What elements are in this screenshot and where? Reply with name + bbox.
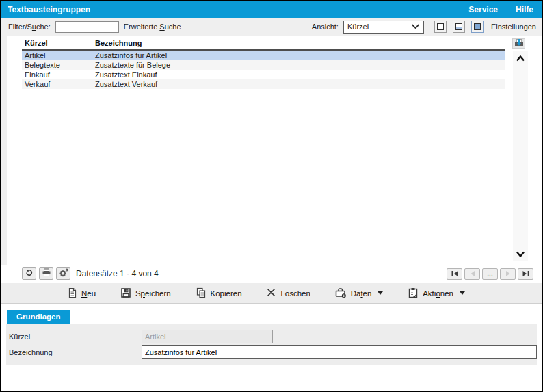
filter-label: Filter/Suche: [8,23,51,31]
view-select[interactable]: Kürzel [343,21,424,34]
scroll-up-icon[interactable] [516,55,525,62]
view-list-only-button[interactable] [434,21,447,33]
column-header-bezeichnung[interactable]: Bezeichnung [92,38,505,50]
caret-down-icon [378,291,383,295]
bezeichnung-field[interactable] [142,345,537,359]
cell-kuerzel: Artikel [22,50,92,60]
delete-button-label: Löschen [280,289,310,298]
next-page-button[interactable] [500,268,516,280]
print-button[interactable] [39,267,53,280]
pagination: ... [447,268,533,280]
form-row-bezeichnung: Bezeichnung [6,344,537,360]
save-button-label: Speichern [135,289,171,298]
cell-kuerzel: Belegtexte [22,60,92,70]
records-table: Kürzel Bezeichnung Artikel Zusatzinfos f… [22,38,505,89]
actions-button-label: Aktionen [423,289,453,298]
refresh-icon [25,268,34,279]
cell-bezeichnung: Zusatztext Verkauf [92,79,505,89]
data-menu-button[interactable]: Daten [335,287,384,300]
data-toolbox-icon [335,287,347,300]
actions-menu-button[interactable]: Aktionen [408,287,465,300]
delete-button[interactable]: Löschen [266,287,310,299]
cell-bezeichnung: Zusatztexte für Belege [92,60,505,70]
printer-icon [42,268,51,279]
kuerzel-field [142,330,273,343]
delete-x-icon [266,287,276,299]
chevron-down-icon [411,23,420,31]
copy-button-label: Kopieren [211,289,242,298]
status-bar: Datensätze 1 - 4 von 4 ... [1,265,542,283]
vertical-scrollbar[interactable] [513,51,528,261]
save-icon [120,287,131,300]
cell-kuerzel: Einkauf [22,70,92,79]
gear-icon [59,268,68,279]
form-row-kuerzel: Kürzel [6,328,537,344]
view-detail-button[interactable] [471,21,484,33]
cell-bezeichnung: Zusatztext Einkauf [92,70,505,79]
new-button[interactable]: Neu [67,287,96,300]
app-window: Textbausteingruppen Service Hilfe Filter… [0,0,543,392]
tab-grundlagen[interactable]: Grundlagen [7,310,70,324]
settings-link[interactable]: Einstellungen [491,23,536,31]
refresh-button[interactable] [22,267,36,280]
column-header-kuerzel[interactable]: Kürzel [22,38,92,50]
filter-input[interactable] [55,21,119,33]
menu-bar: Service Hilfe [468,5,533,14]
caret-down-icon [460,291,465,295]
previous-page-button[interactable] [464,268,480,280]
title-bar: Textbausteingruppen Service Hilfe [1,1,542,18]
last-page-button[interactable] [518,268,533,280]
records-count: Datensätze 1 - 4 von 4 [76,269,159,278]
cell-bezeichnung: Zusatzinfos für Artikel [92,50,505,60]
print-list-button[interactable] [512,38,525,49]
table-row[interactable]: Einkauf Zusatztext Einkauf [22,70,505,79]
list-area: Kürzel Bezeichnung Artikel Zusatzinfos f… [1,36,542,265]
bezeichnung-label: Bezeichnung [6,348,142,356]
cell-kuerzel: Verkauf [22,79,92,89]
scroll-down-icon[interactable] [516,251,525,257]
save-button[interactable]: Speichern [120,287,171,300]
table-row[interactable]: Belegtexte Zusatztexte für Belege [22,60,505,70]
kuerzel-label: Kürzel [6,332,142,341]
detail-form: Kürzel Bezeichnung [6,324,537,365]
menu-item-service[interactable]: Service [468,5,498,14]
filter-bar: Filter/Suche: Erweiterte Suche Ansicht: … [1,18,542,36]
view-label: Ansicht: [312,23,339,31]
action-toolbar: Neu Speichern Kopieren [1,283,542,304]
printer-export-icon [514,39,524,49]
list-settings-button[interactable] [56,267,70,280]
data-button-label: Daten [351,289,372,298]
split-view-icon [455,23,462,30]
new-document-icon [67,287,77,300]
copy-icon [196,287,207,300]
table-row[interactable]: Verkauf Zusatztext Verkauf [22,79,505,89]
goto-page-button[interactable]: ... [482,268,498,280]
table-header-row: Kürzel Bezeichnung [22,38,505,50]
detail-view-icon [474,23,481,30]
menu-item-hilfe[interactable]: Hilfe [516,5,533,14]
copy-button[interactable]: Kopieren [196,287,242,300]
table-row[interactable]: Artikel Zusatzinfos für Artikel [22,50,505,60]
page-title: Textbausteingruppen [8,5,90,14]
view-toggle-group [434,21,484,33]
actions-clipboard-icon [408,287,419,300]
list-view-icon [437,23,444,30]
tab-bar: Grundlagen [1,304,542,324]
new-button-label: Neu [81,289,96,298]
first-page-button[interactable] [447,268,462,280]
filter-bar-right: Ansicht: Kürzel Einstellungen [312,21,536,34]
left-gutter [1,36,7,265]
advanced-search-link[interactable]: Erweiterte Suche [124,23,181,31]
view-select-value: Kürzel [347,23,369,31]
view-split-button[interactable] [453,21,465,33]
